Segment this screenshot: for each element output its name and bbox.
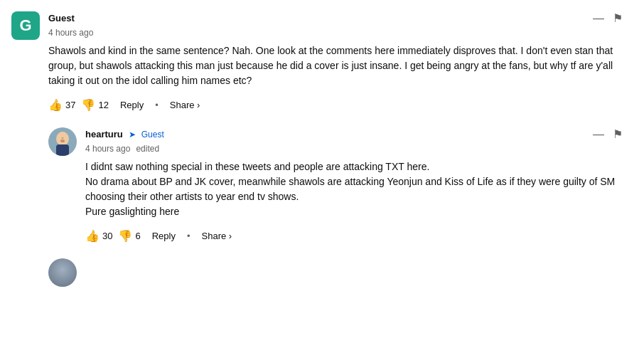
- hearturu-comment: hearturu ➤ Guest — ⚑ 4 hours ago edited …: [48, 127, 623, 244]
- svg-point-6: [60, 139, 65, 142]
- reply-thread: hearturu ➤ Guest — ⚑ 4 hours ago edited …: [48, 127, 623, 287]
- hearturu-text-line1: I didnt saw nothing special in these twe…: [85, 161, 615, 217]
- hearturu-share-button[interactable]: Share ›: [196, 228, 238, 244]
- hearturu-downvote[interactable]: 👎 6: [118, 229, 140, 243]
- guest-reply-button[interactable]: Reply: [114, 97, 149, 113]
- hearturu-downvote-count: 6: [135, 231, 140, 241]
- minimize-button[interactable]: —: [593, 13, 604, 24]
- hearturu-comment-text: I didnt saw nothing special in these twe…: [85, 159, 623, 219]
- hearturu-upvote-count: 30: [102, 231, 112, 241]
- dot-separator: •: [155, 100, 159, 110]
- guest-avatar: G: [11, 11, 40, 40]
- hearturu-flag-button[interactable]: ⚑: [613, 127, 623, 141]
- next-comment-preview: [48, 258, 623, 287]
- guest-upvote-count: 37: [65, 100, 75, 110]
- comment-thread: G Guest — ⚑ 4 hours ago Shawols and kind…: [11, 11, 623, 287]
- guest-comment-meta: 4 hours ago: [48, 28, 623, 38]
- guest-author-name: Guest: [48, 13, 75, 23]
- svg-point-5: [62, 137, 64, 139]
- hearturu-upvote[interactable]: 👍 30: [85, 229, 112, 243]
- reply-arrow: ➤: [129, 130, 136, 139]
- thumbs-up-icon: 👍: [48, 98, 63, 112]
- hearturu-comment-body: hearturu ➤ Guest — ⚑ 4 hours ago edited …: [85, 127, 623, 244]
- hearturu-minimize-button[interactable]: —: [593, 129, 604, 140]
- hearturu-author-name: hearturu: [85, 129, 123, 139]
- hearturu-comment-time: 4 hours ago: [85, 144, 130, 154]
- thumbs-down-icon: 👎: [81, 98, 95, 112]
- guest-comment-header: Guest — ⚑: [48, 11, 623, 25]
- hearturu-reply-button[interactable]: Reply: [146, 228, 181, 244]
- guest-downvote-count: 12: [98, 100, 108, 110]
- hearturu-comment-actions: 👍 30 👎 6 Reply • Share ›: [85, 228, 623, 244]
- hearturu-comment-header: hearturu ➤ Guest — ⚑: [85, 127, 623, 141]
- guest-comment-body: Guest — ⚑ 4 hours ago Shawols and kind i…: [48, 11, 623, 113]
- guest-comment-text: Shawols and kind in the same sentence? N…: [48, 43, 623, 88]
- guest-header-actions: — ⚑: [593, 11, 623, 25]
- guest-comment-actions: 👍 37 👎 12 Reply • Share ›: [48, 97, 623, 113]
- flag-button[interactable]: ⚑: [613, 11, 623, 25]
- next-avatar: [48, 258, 77, 287]
- svg-rect-2: [56, 144, 69, 156]
- svg-point-3: [58, 137, 61, 140]
- hearturu-reply-to[interactable]: Guest: [141, 130, 164, 139]
- hearturu-edited-label: edited: [136, 144, 159, 154]
- hearturu-avatar: [48, 127, 77, 156]
- guest-downvote[interactable]: 👎 12: [81, 98, 108, 112]
- thumbs-up-icon-2: 👍: [85, 229, 100, 243]
- main-comment: G Guest — ⚑ 4 hours ago Shawols and kind…: [11, 11, 623, 113]
- guest-comment-time: 4 hours ago: [48, 28, 93, 38]
- hearturu-header-actions: — ⚑: [593, 127, 623, 141]
- guest-upvote[interactable]: 👍 37: [48, 98, 75, 112]
- thumbs-down-icon-2: 👎: [118, 229, 132, 243]
- hearturu-comment-meta: 4 hours ago edited: [85, 144, 623, 154]
- guest-share-button[interactable]: Share ›: [164, 97, 206, 113]
- dot-separator-2: •: [187, 231, 190, 241]
- svg-point-4: [64, 137, 67, 140]
